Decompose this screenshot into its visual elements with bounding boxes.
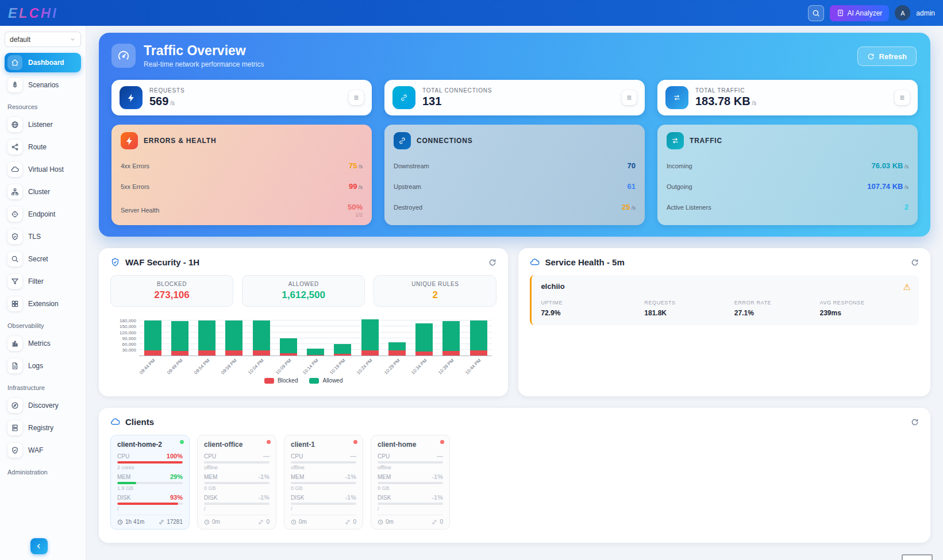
waf-refresh-icon[interactable] [488, 258, 496, 267]
client-connections: 17281 [159, 519, 183, 525]
service-health-refresh-icon[interactable] [911, 258, 919, 267]
status-dot [267, 440, 271, 444]
sidebar-item-label: WAF [28, 446, 43, 454]
magnifier-icon [11, 255, 19, 263]
sidebar-item-label: Registry [28, 424, 53, 432]
status-dot [353, 440, 357, 444]
project-selector[interactable]: default [5, 32, 81, 47]
sidebar-item-filter[interactable]: Filter [5, 272, 81, 291]
panel-row: Outgoing107.74 KB /s [667, 182, 909, 191]
chain-icon [432, 519, 437, 525]
sidebar-item-cluster[interactable]: Cluster [5, 182, 81, 202]
client-grid: client-home-2CPU100%2 coresMEM29%1.9 GBD… [110, 435, 919, 530]
menu-icon [625, 94, 633, 102]
sidebar-item-secret[interactable]: Secret [5, 249, 81, 269]
scroll-corner-widget[interactable] [902, 554, 933, 560]
document-icon [837, 9, 844, 17]
sidebar-item-logs[interactable]: Logs [5, 356, 81, 376]
status-dot [440, 440, 444, 444]
ai-analyzer-button[interactable]: AI Analyzer [830, 5, 890, 21]
clients-card: Clients client-home-2CPU100%2 coresMEM29… [99, 408, 930, 543]
page-subtitle: Real-time network performance metrics [144, 60, 264, 68]
x-axis-tick: 09:49 PM [166, 358, 184, 376]
warning-icon: ⚠ [903, 282, 911, 292]
clients-refresh-icon[interactable] [911, 418, 919, 426]
client-card-client-home[interactable]: client-homeCPU—offlineMEM-1%0 GBDISK-1%/… [371, 435, 450, 530]
stat-card-requests: REQUESTS569 /s [111, 80, 372, 115]
waf-chart: 30,00060,00090,000120,000150,000180,0000… [110, 316, 496, 384]
x-axis-tick: 10:34 PM [410, 358, 428, 376]
x-axis-tick: 09:54 PM [193, 358, 211, 376]
client-card-client-1[interactable]: client-1CPU—offlineMEM-1%0 GBDISK-1%/0m0 [284, 435, 363, 530]
client-connections: 0 [258, 519, 270, 525]
gauge-icon [111, 44, 136, 68]
stat-value: 569 /s [149, 95, 184, 108]
sidebar-item-endpoint[interactable]: Endpoint [5, 204, 81, 224]
stat-menu-button[interactable] [622, 90, 637, 105]
sidebar-item-route[interactable]: Route [5, 137, 81, 157]
chain-icon [258, 519, 264, 525]
client-card-client-home-2[interactable]: client-home-2CPU100%2 coresMEM29%1.9 GBD… [110, 435, 190, 530]
sidebar-section-title: Resources [7, 103, 80, 110]
service-metric-error-rate: ERROR RATE27.1% [734, 300, 820, 317]
shield-check-icon [11, 446, 19, 454]
clock-icon [117, 519, 123, 525]
transfer-icon [671, 137, 679, 145]
stat-label: REQUESTS [149, 87, 184, 94]
sidebar-item-extension[interactable]: Extension [5, 294, 81, 314]
refresh-label: Refresh [879, 52, 907, 61]
cluster-icon [11, 188, 19, 196]
globe-icon [11, 121, 19, 129]
sidebar-item-dashboard[interactable]: Dashboard [5, 53, 81, 72]
page-title: Traffic Overview [144, 43, 264, 59]
sidebar-item-scenarios[interactable]: Scenarios [5, 75, 81, 95]
search-button[interactable] [808, 5, 824, 21]
sidebar-item-virtual-host[interactable]: Virtual Host [5, 160, 81, 179]
panel-row: Server Health50%1/2 [121, 203, 363, 218]
sidebar-item-label: Filter [28, 277, 44, 285]
x-axis-tick: 09:59 PM [220, 358, 238, 376]
service-name: elchiio [541, 282, 910, 291]
service-metric-requests: REQUESTS181.8K [644, 300, 734, 317]
panel-title: ERRORS & HEALTH [144, 137, 216, 145]
sidebar-item-discovery[interactable]: Discovery [5, 396, 81, 415]
client-name: client-home-2 [117, 441, 183, 449]
app-logo: ELCHI [8, 5, 58, 21]
sidebar-item-listener[interactable]: Listener [5, 115, 81, 134]
avatar[interactable]: A [895, 5, 910, 21]
panel-row: Active Listeners2 [667, 203, 909, 211]
legend-item-allowed[interactable]: Allowed [309, 377, 342, 384]
menu-icon [352, 94, 360, 102]
waf-card-title: WAF Security - 1H [125, 257, 199, 267]
service-metric-avg-response: AVG RESPONSE239ms [820, 300, 910, 317]
sidebar-item-registry[interactable]: Registry [5, 418, 81, 438]
y-axis-tick: 90,000 [122, 335, 136, 341]
stat-value: 183.78 KB /s [695, 95, 756, 108]
client-card-client-office[interactable]: client-officeCPU—offlineMEM-1%0 GBDISK-1… [197, 435, 276, 530]
refresh-button[interactable]: Refresh [857, 47, 917, 66]
sidebar: default DashboardScenariosResourcesListe… [0, 26, 86, 560]
legend-item-blocked[interactable]: Blocked [264, 377, 298, 384]
client-name: client-1 [291, 441, 356, 449]
cloud-icon [530, 257, 540, 267]
client-uptime: 1h 41m [117, 519, 144, 525]
cloud-icon [110, 417, 120, 427]
stat-menu-button[interactable] [349, 90, 364, 105]
y-axis-tick: 120,000 [120, 330, 136, 335]
x-axis-tick: 10:14 PM [302, 358, 320, 376]
sidebar-item-waf[interactable]: WAF [5, 441, 81, 460]
panel-row: 4xx Errors75 /s [121, 161, 363, 170]
x-axis-tick: 10:19 PM [329, 358, 347, 376]
client-connections: 0 [345, 519, 356, 525]
y-axis-tick: 180,000 [120, 318, 136, 323]
chart-bar: 10:14 PM [307, 319, 324, 356]
username-label[interactable]: admin [916, 9, 935, 17]
chart-bar: 10:19 PM [334, 319, 351, 356]
sidebar-item-metrics[interactable]: Metrics [5, 334, 81, 353]
stat-menu-button[interactable] [895, 90, 910, 105]
sidebar-collapse-button[interactable] [30, 538, 48, 554]
sidebar-item-tls[interactable]: TLS [5, 227, 81, 246]
search-icon [812, 9, 820, 17]
service-row[interactable]: elchiio ⚠ UPTIME72.9%REQUESTS181.8KERROR… [530, 275, 919, 325]
clock-icon [378, 519, 383, 525]
